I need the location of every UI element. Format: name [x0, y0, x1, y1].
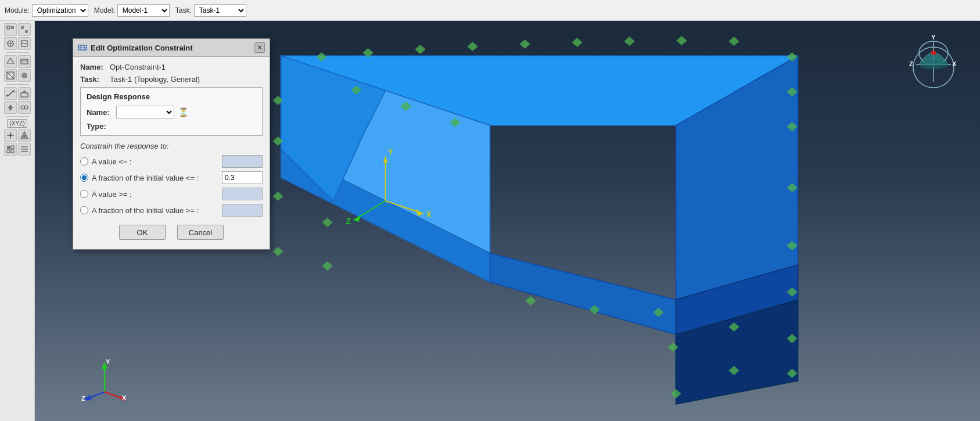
- module-group: Module: Optimization: [5, 4, 88, 17]
- svg-text:X: X: [122, 394, 127, 401]
- dialog-titlebar[interactable]: Edit Optimization Constraint ✕: [73, 39, 270, 57]
- svg-point-98: [919, 60, 948, 69]
- svg-point-99: [931, 51, 936, 55]
- sidebar-row-1: [4, 23, 31, 36]
- svg-line-13: [7, 72, 14, 79]
- toolbar-icon-16[interactable]: [18, 143, 31, 156]
- toolbar-icon-14[interactable]: [18, 129, 31, 142]
- dialog-close-button[interactable]: ✕: [254, 42, 265, 53]
- dr-name-row: Name: ⏳: [87, 106, 256, 118]
- svg-point-25: [9, 134, 12, 136]
- radio-value-box-4[interactable]: [222, 204, 263, 217]
- toolbar-icon-15[interactable]: [4, 143, 17, 156]
- radio-value-gte[interactable]: [80, 190, 88, 198]
- toolbar-icon-5[interactable]: [4, 55, 17, 68]
- toolbar-icon-12[interactable]: [18, 101, 31, 114]
- svg-marker-72: [274, 192, 283, 200]
- svg-rect-3: [25, 30, 28, 33]
- toolbar-icon-6[interactable]: [18, 55, 31, 68]
- svg-text:Y: Y: [106, 358, 110, 365]
- dialog-title-text: Edit Optimization Constraint: [91, 44, 193, 52]
- svg-point-22: [24, 106, 28, 109]
- svg-rect-18: [21, 93, 28, 97]
- radio-label-2: A fraction of the initial value <= :: [92, 174, 218, 182]
- svg-rect-0: [7, 26, 10, 29]
- constraint-icon: [78, 43, 87, 52]
- sidebar-row-2: [4, 37, 31, 50]
- radio-fraction-gte[interactable]: [80, 206, 88, 214]
- radio-row-2: A fraction of the initial value <= :: [80, 171, 263, 184]
- view-cube[interactable]: Y Z X: [904, 33, 963, 91]
- radio-label-4: A fraction of the initial value >= :: [92, 206, 218, 215]
- svg-marker-20: [8, 105, 13, 110]
- cancel-button[interactable]: Cancel: [177, 225, 224, 240]
- toolbar-icon-3[interactable]: [4, 37, 17, 50]
- viewport[interactable]: Y Z X Y Z X: [35, 21, 980, 421]
- svg-marker-73: [323, 218, 332, 226]
- svg-marker-63: [526, 297, 536, 305]
- toolbar-icon-2[interactable]: [18, 23, 31, 36]
- toolbar-icon-8[interactable]: [18, 69, 31, 82]
- radio-label-3: A value >= :: [92, 190, 218, 199]
- toolbar-icon-1[interactable]: [4, 23, 17, 36]
- task-field-label: Task:: [80, 75, 106, 84]
- svg-rect-2: [21, 26, 24, 29]
- toolbar-icon-4[interactable]: [18, 37, 31, 50]
- module-label: Module:: [5, 6, 30, 15]
- svg-text:X: X: [952, 60, 957, 67]
- constraint-task-row: Task: Task-1 (Topology, General): [80, 75, 263, 84]
- svg-rect-28: [7, 146, 10, 149]
- radio-fraction-lte[interactable]: [80, 174, 88, 182]
- radio-value-box-2[interactable]: [222, 171, 263, 184]
- task-label: Task:: [175, 6, 192, 15]
- dr-type-label: Type:: [87, 122, 106, 131]
- dialog-title-left: Edit Optimization Constraint: [78, 43, 193, 52]
- dr-name-select[interactable]: [116, 106, 174, 118]
- svg-rect-30: [7, 150, 10, 153]
- radio-row-1: A value <= :: [80, 155, 263, 168]
- sidebar-row-3: [4, 55, 31, 68]
- radio-row-4: A fraction of the initial value >= :: [80, 204, 263, 217]
- sidebar-row-7: [4, 129, 31, 142]
- svg-marker-74: [274, 247, 283, 256]
- svg-marker-47: [520, 40, 530, 48]
- svg-text:Y: Y: [388, 147, 394, 156]
- toolbar-icon-9[interactable]: [4, 87, 17, 100]
- toolbar-icon-10[interactable]: [18, 87, 31, 100]
- ok-button[interactable]: OK: [119, 225, 166, 240]
- sidebar-divider-2: [6, 84, 29, 85]
- radio-value-box-1[interactable]: [222, 155, 263, 168]
- dr-type-row: Type:: [87, 122, 256, 131]
- sidebar-divider-1: [6, 52, 29, 53]
- toolbar-icon-7[interactable]: [4, 69, 17, 82]
- svg-marker-50: [677, 37, 687, 45]
- module-select[interactable]: Optimization: [32, 4, 88, 17]
- constraint-name-value: Opt-Constraint-1: [110, 63, 166, 71]
- svg-point-21: [21, 106, 24, 109]
- svg-marker-48: [573, 38, 582, 46]
- svg-text:X: X: [426, 210, 432, 219]
- toolbar-icon-13[interactable]: [4, 129, 17, 142]
- constrain-header: Constrain the response to:: [80, 142, 263, 150]
- sidebar-row-8: [4, 143, 31, 156]
- sidebar-divider-3: [6, 116, 29, 117]
- design-response-title: Design Response: [87, 92, 256, 101]
- svg-rect-1: [11, 26, 14, 29]
- svg-rect-31: [11, 150, 14, 153]
- hourglass-icon[interactable]: ⏳: [178, 107, 188, 117]
- svg-text:Z: Z: [81, 395, 85, 402]
- task-group: Task: Task-1: [175, 4, 246, 17]
- svg-marker-19: [22, 90, 27, 93]
- radio-label-1: A value <= :: [92, 157, 218, 166]
- dr-name-label: Name:: [87, 108, 113, 117]
- svg-marker-45: [416, 45, 425, 53]
- radio-value-box-3[interactable]: [222, 188, 263, 200]
- model-select[interactable]: Model-1: [117, 4, 170, 17]
- toolbar-icon-11[interactable]: [4, 101, 17, 114]
- model-group: Model: Model-1: [94, 4, 170, 17]
- radio-value-lte[interactable]: [80, 157, 88, 165]
- svg-marker-39: [490, 253, 676, 334]
- task-select[interactable]: Task-1: [194, 4, 246, 17]
- svg-line-15: [8, 91, 13, 96]
- svg-marker-75: [323, 262, 332, 270]
